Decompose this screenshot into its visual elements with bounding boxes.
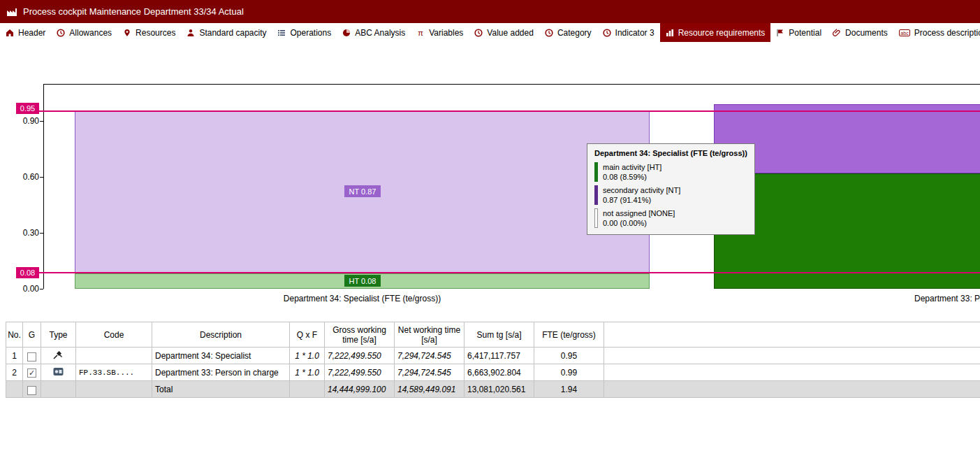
tab-label: ABC Analysis	[355, 28, 405, 38]
tab-value-added[interactable]: Value added	[469, 23, 539, 42]
col-header-net[interactable]: Net working time [s/a]	[395, 322, 465, 348]
tab-allowances[interactable]: Allowances	[51, 23, 117, 42]
pie-chart-icon	[342, 29, 351, 37]
swatch-main-activity	[594, 162, 598, 182]
abc-icon: abc	[899, 29, 910, 37]
tab-label: Process description	[914, 28, 980, 38]
col-header-gross[interactable]: Gross working time [s/a]	[325, 322, 395, 348]
cell-gross: 7,222,499.550	[325, 364, 395, 381]
tab-abc-analysis[interactable]: ABC Analysis	[337, 23, 411, 42]
cell-code: FP.33.SB....	[76, 364, 152, 381]
tooltip-entry: not assigned [NONE] 0.00 (0.00%)	[594, 208, 747, 228]
cell-gross: 7,222,499.550	[325, 348, 395, 364]
cell-gross: 14,444,999.100	[325, 381, 395, 398]
cell-no: 1	[6, 348, 23, 364]
resource-type-icon	[53, 350, 64, 359]
row-checkbox[interactable]	[27, 386, 36, 395]
table-row-dept34[interactable]: 1 Department 34: Specialist 1 * 1.0 7,22…	[6, 348, 980, 364]
cell-type	[41, 381, 76, 398]
clock-icon	[474, 29, 483, 37]
col-header-type[interactable]: Type	[41, 322, 76, 348]
tab-label: Resource requirements	[678, 28, 766, 38]
segment-label-nt: NT 0.87	[344, 185, 381, 197]
col-header-description[interactable]: Description	[152, 322, 290, 348]
swatch-secondary-activity	[594, 185, 598, 205]
cell-g	[23, 348, 41, 364]
cell-code	[76, 348, 152, 364]
cell-no: 2	[6, 364, 23, 381]
factory-icon	[6, 7, 17, 17]
cell-sum-tg: 6,417,117.757	[465, 348, 534, 364]
tab-label: Allowances	[69, 28, 112, 38]
tab-label: Variables	[429, 28, 463, 38]
cell-net: 7,294,724.545	[395, 364, 465, 381]
cell-net: 7,294,724.545	[395, 348, 465, 364]
table-row-dept33[interactable]: 2 ✓ FP.33.SB.... Department 33: Person i…	[6, 364, 980, 381]
cell-description: Total	[152, 381, 290, 398]
tab-label: Resources	[136, 28, 175, 38]
tab-label: Documents	[845, 28, 888, 38]
col-header-qxf[interactable]: Q x F	[290, 322, 325, 348]
tab-category[interactable]: Category	[539, 23, 597, 42]
segment-label-ht: HT 0.08	[344, 275, 381, 287]
tab-resources[interactable]: Resources	[117, 23, 181, 42]
table-region: No. G Type Code Description Q x F Gross …	[6, 322, 980, 398]
row-checkbox[interactable]: ✓	[27, 368, 36, 378]
tab-label: Indicator 3	[615, 28, 654, 38]
tab-resource-requirements[interactable]: Resource requirements	[660, 23, 771, 42]
y-tick-mark	[40, 233, 43, 234]
tab-standard-capacity[interactable]: Standard capacity	[181, 23, 272, 42]
y-tick-label: 0.30	[13, 228, 39, 238]
bar-chart-icon	[666, 29, 674, 37]
tab-label: Header	[18, 28, 45, 38]
table-header-row: No. G Type Code Description Q x F Gross …	[6, 322, 980, 348]
chart-tooltip: Department 34: Specialist (FTE (te/gross…	[587, 143, 755, 235]
table-row-total: Total 14,444,999.100 14,589,449.091 13,0…	[6, 381, 980, 398]
swatch-not-assigned	[594, 208, 598, 228]
cell-filler	[604, 348, 980, 364]
scene-type-icon	[53, 367, 64, 376]
col-header-filler	[604, 322, 980, 348]
cell-g	[23, 381, 41, 398]
tooltip-entry-value: 0.08 (8.59%)	[603, 172, 661, 182]
title-bar: Process cockpit Maintenance Department 3…	[0, 0, 980, 23]
cell-qxf: 1 * 1.0	[290, 364, 325, 381]
tab-potential[interactable]: Potential	[770, 23, 827, 42]
y-axis	[43, 84, 44, 289]
cell-type	[41, 348, 76, 364]
row-checkbox[interactable]	[27, 352, 36, 361]
tooltip-entry-value: 0.87 (91.41%)	[603, 195, 680, 205]
resource-table: No. G Type Code Description Q x F Gross …	[6, 322, 980, 398]
tab-operations[interactable]: Operations	[272, 23, 337, 42]
y-tick-mark	[40, 289, 43, 289]
pi-icon: π	[416, 29, 425, 37]
tab-label: Operations	[290, 28, 331, 38]
col-header-sum-tg[interactable]: Sum tg [s/a]	[465, 322, 534, 348]
y-tick-mark	[40, 121, 43, 122]
tab-documents[interactable]: Documents	[827, 23, 893, 42]
threshold-badge-lower: 0.08	[16, 267, 39, 278]
tab-label: Category	[557, 28, 592, 38]
tooltip-entry-name: not assigned [NONE]	[603, 208, 675, 218]
cell-fte: 1.94	[534, 381, 604, 398]
col-header-g[interactable]: G	[23, 322, 41, 348]
y-tick-mark	[40, 177, 43, 178]
tab-header[interactable]: Header	[0, 23, 51, 42]
pin-icon	[123, 29, 131, 37]
tab-variables[interactable]: π Variables	[411, 23, 469, 42]
col-header-no[interactable]: No.	[6, 322, 23, 348]
col-header-code[interactable]: Code	[76, 322, 152, 348]
plot-top-border	[43, 84, 980, 85]
tab-label: Potential	[789, 28, 821, 38]
col-header-fte[interactable]: FTE (te/gross)	[534, 322, 604, 348]
svg-text:π: π	[418, 29, 423, 37]
person-icon	[187, 29, 195, 37]
clock-icon	[545, 29, 553, 37]
tab-indicator-3[interactable]: Indicator 3	[597, 23, 660, 42]
tab-process-description[interactable]: abc Process description	[893, 23, 980, 42]
tooltip-entry: secondary activity [NT] 0.87 (91.41%)	[594, 185, 747, 205]
tooltip-title: Department 34: Specialist (FTE (te/gross…	[594, 149, 747, 157]
cell-g: ✓	[23, 364, 41, 381]
home-icon	[6, 29, 14, 37]
tab-bar: Header Allowances Resources Standard cap…	[0, 23, 980, 42]
